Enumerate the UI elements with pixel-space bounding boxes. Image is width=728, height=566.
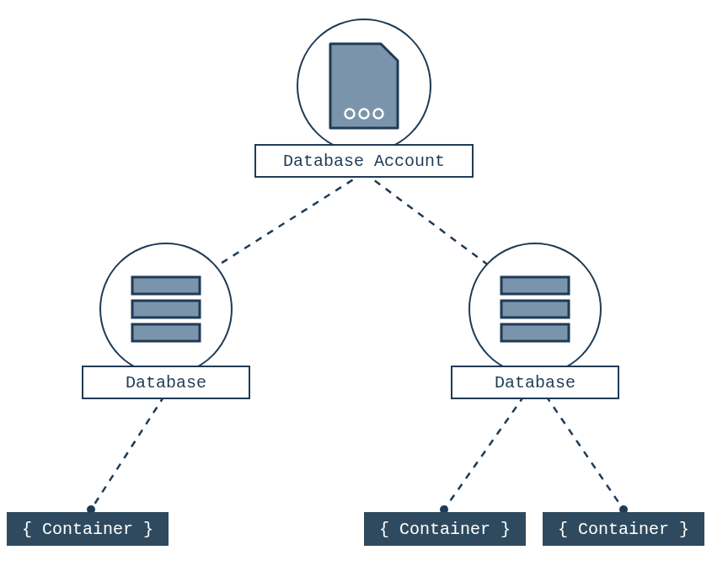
document-icon bbox=[326, 40, 402, 132]
svg-rect-16 bbox=[501, 277, 569, 294]
node-database-right bbox=[468, 243, 602, 376]
database-right-label-box: Database bbox=[451, 366, 619, 399]
svg-rect-13 bbox=[132, 277, 200, 294]
container-label-3: { Container } bbox=[558, 520, 689, 539]
database-account-label: Database Account bbox=[283, 152, 445, 171]
svg-rect-18 bbox=[501, 324, 569, 341]
database-left-label: Database bbox=[126, 373, 206, 392]
container-box-3: { Container } bbox=[543, 512, 704, 546]
diagram-canvas: Database Account Database Database { Con… bbox=[0, 0, 728, 566]
database-left-label-box: Database bbox=[82, 366, 250, 399]
database-right-label: Database bbox=[495, 373, 575, 392]
container-label-2: { Container } bbox=[379, 520, 511, 539]
container-box-1: { Container } bbox=[7, 512, 169, 546]
svg-line-4 bbox=[91, 396, 164, 510]
svg-rect-17 bbox=[501, 301, 569, 318]
svg-line-6 bbox=[444, 396, 524, 510]
node-database-left bbox=[99, 243, 233, 376]
svg-rect-14 bbox=[132, 301, 200, 318]
database-account-circle bbox=[297, 19, 431, 153]
database-left-circle bbox=[99, 243, 233, 376]
database-account-label-box: Database Account bbox=[254, 144, 474, 178]
container-box-2: { Container } bbox=[364, 512, 526, 546]
node-database-account bbox=[297, 19, 431, 153]
database-stack-icon bbox=[131, 275, 201, 343]
svg-rect-15 bbox=[132, 324, 200, 341]
svg-line-8 bbox=[546, 396, 624, 510]
container-label-1: { Container } bbox=[22, 520, 153, 539]
database-stack-icon bbox=[500, 275, 570, 343]
database-right-circle bbox=[468, 243, 602, 376]
